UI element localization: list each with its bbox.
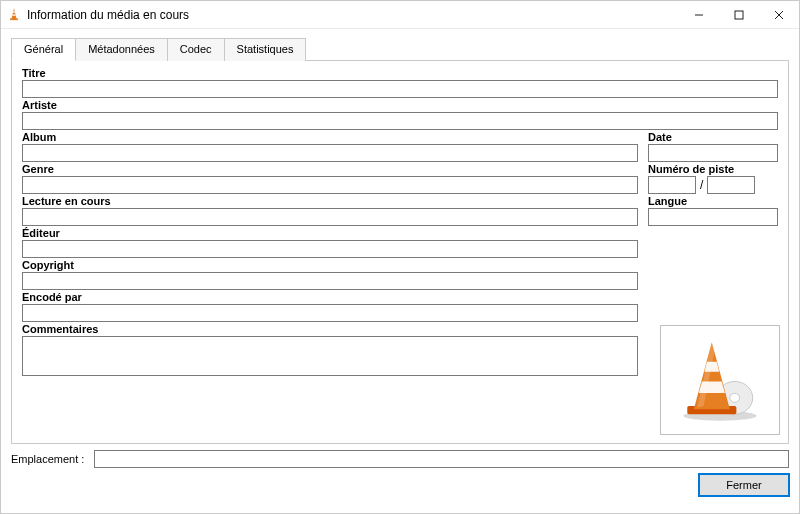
title-field[interactable]	[22, 80, 778, 98]
album-label: Album	[22, 131, 638, 143]
track-total-field[interactable]	[707, 176, 755, 194]
track-number-label: Numéro de piste	[648, 163, 778, 175]
title-label: Titre	[22, 67, 778, 79]
maximize-button[interactable]	[719, 1, 759, 28]
tab-strip: Général Métadonnées Codec Statistiques	[11, 37, 789, 60]
tab-general[interactable]: Général	[11, 38, 76, 61]
svg-point-10	[730, 393, 740, 402]
artist-field[interactable]	[22, 112, 778, 130]
comments-label: Commentaires	[22, 323, 638, 335]
close-button[interactable]: Fermer	[699, 474, 789, 496]
track-separator: /	[700, 178, 703, 192]
track-number-field[interactable]	[648, 176, 696, 194]
bottom-bar: Emplacement : Fermer	[1, 444, 799, 504]
svg-marker-0	[11, 8, 16, 19]
tab-panel-general: Titre Artiste Album Date Genre	[11, 60, 789, 444]
encoded-by-field[interactable]	[22, 304, 638, 322]
tab-codec[interactable]: Codec	[167, 38, 225, 61]
window-title: Information du média en cours	[27, 8, 189, 22]
now-playing-field[interactable]	[22, 208, 638, 226]
window-controls	[679, 1, 799, 28]
language-field[interactable]	[648, 208, 778, 226]
svg-rect-3	[10, 18, 18, 20]
minimize-button[interactable]	[679, 1, 719, 28]
genre-label: Genre	[22, 163, 638, 175]
date-field[interactable]	[648, 144, 778, 162]
publisher-field[interactable]	[22, 240, 638, 258]
album-field[interactable]	[22, 144, 638, 162]
artist-label: Artiste	[22, 99, 778, 111]
location-field[interactable]	[94, 450, 789, 468]
content-area: Général Métadonnées Codec Statistiques T…	[1, 29, 799, 444]
svg-rect-1	[13, 11, 16, 12]
publisher-label: Éditeur	[22, 227, 638, 239]
copyright-field[interactable]	[22, 272, 638, 290]
tab-statistics[interactable]: Statistiques	[224, 38, 307, 61]
tab-metadata[interactable]: Métadonnées	[75, 38, 168, 61]
genre-field[interactable]	[22, 176, 638, 194]
language-label: Langue	[648, 195, 778, 207]
svg-rect-5	[735, 11, 743, 19]
now-playing-label: Lecture en cours	[22, 195, 638, 207]
cover-art-placeholder[interactable]	[660, 325, 780, 435]
titlebar: Information du média en cours	[1, 1, 799, 29]
vlc-cone-icon	[670, 334, 770, 426]
copyright-label: Copyright	[22, 259, 638, 271]
vlc-cone-icon	[7, 7, 21, 23]
date-label: Date	[648, 131, 778, 143]
location-label: Emplacement :	[11, 453, 84, 465]
svg-rect-2	[12, 14, 16, 15]
comments-field[interactable]	[22, 336, 638, 376]
encoded-by-label: Encodé par	[22, 291, 638, 303]
close-window-button[interactable]	[759, 1, 799, 28]
